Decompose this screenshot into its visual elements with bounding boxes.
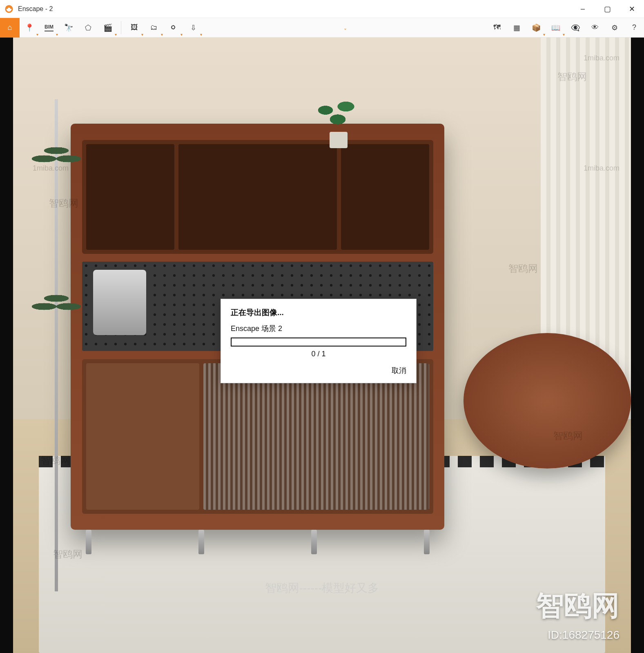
export-dialog: 正在导出图像... Enscape 场景 2 0 / 1 取消	[221, 299, 417, 383]
dialog-subtitle: Enscape 场景 2	[231, 324, 406, 333]
eye-icon[interactable]: 👁	[585, 18, 605, 38]
close-button[interactable]: ✕	[619, 0, 644, 18]
pano-360-icon[interactable]: ⭘▾	[164, 18, 183, 38]
binoculars-icon[interactable]: 🔭	[59, 18, 78, 38]
screenshot-icon[interactable]: 🖼▾	[125, 18, 144, 38]
scene-plant	[313, 99, 362, 148]
maximize-button[interactable]: ▢	[595, 0, 619, 18]
map-icon[interactable]: 🗺	[487, 18, 507, 38]
help-icon[interactable]: ?	[624, 18, 644, 38]
viewport-letterbox-right	[631, 38, 644, 653]
book-icon[interactable]: 📖▾	[546, 18, 566, 38]
scene-espresso-machine	[93, 270, 146, 335]
box-icon[interactable]: 📦▾	[526, 18, 546, 38]
minimize-button[interactable]: –	[570, 0, 595, 18]
dialog-heading: 正在导出图像...	[231, 307, 406, 318]
enscape-app-icon	[4, 4, 14, 14]
asset-library-icon[interactable]: ▦	[507, 18, 526, 38]
dialog-counter: 0 / 1	[231, 350, 406, 358]
viewport-letterbox-left	[0, 38, 13, 653]
toolbar-separator	[121, 21, 121, 34]
exe-export-icon[interactable]: ⇩▾	[183, 18, 203, 38]
scene-tree	[26, 99, 87, 591]
watermark-tag: 智鸥网	[508, 262, 538, 275]
home-icon[interactable]: ⌂	[0, 18, 20, 38]
bim-icon[interactable]: BIM▾	[39, 18, 59, 38]
viewpoint-icon[interactable]: 👁‍🗨	[566, 18, 585, 38]
titlebar: Enscape - 2 – ▢ ✕	[0, 0, 644, 18]
pin-icon[interactable]: 📍▾	[20, 18, 39, 38]
render-viewport[interactable]: 1miba.com 智鸥网 智鸥网 智鸥网 智鸥网 智鸥网 智鸥网 1miba.…	[0, 38, 644, 653]
batch-render-icon[interactable]: 🗂▾	[144, 18, 164, 38]
cancel-button[interactable]: 取消	[392, 366, 406, 375]
dialog-progress-bar	[231, 338, 406, 346]
toolbar-expand-icon[interactable]: ˅	[344, 28, 347, 34]
clapper-icon[interactable]: 🎬▾	[98, 18, 118, 38]
settings-icon[interactable]: ⚙	[605, 18, 624, 38]
window-title: Enscape - 2	[18, 5, 53, 13]
toolbar: ⌂ 📍▾ BIM▾ 🔭 ⬠ 🎬▾ 🖼▾ 🗂▾ ⭘▾ ⇩▾ ˅ 🗺 ▦ 📦▾ 📖▾…	[0, 18, 644, 38]
scene-table	[464, 333, 631, 469]
view-cube-icon[interactable]: ⬠	[78, 18, 98, 38]
